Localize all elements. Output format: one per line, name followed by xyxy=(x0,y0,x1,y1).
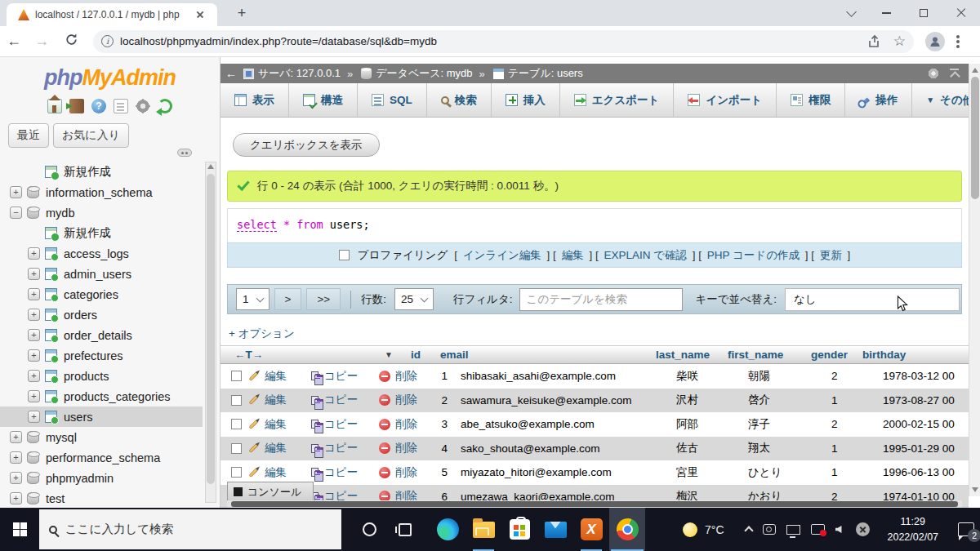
tree-expander-icon[interactable]: + xyxy=(10,492,22,504)
volume-icon[interactable] xyxy=(835,526,842,533)
sidebar-item-test[interactable]: +test xyxy=(0,488,203,508)
sidebar-item-order-details[interactable]: +order_details xyxy=(0,325,203,345)
copy-link[interactable]: コピー xyxy=(311,465,379,480)
scroll-up-icon[interactable] xyxy=(972,68,978,73)
sidebar-item-phpmyadmin[interactable]: +phpmyadmin xyxy=(0,468,203,488)
page-select[interactable]: 1 xyxy=(236,288,270,310)
copy-link[interactable]: コピー xyxy=(311,393,379,407)
tree-expander-icon[interactable]: + xyxy=(28,309,40,321)
column-arrows-header[interactable]: ←T→ xyxy=(220,349,385,361)
collapse-top-icon[interactable] xyxy=(949,69,960,78)
horizontal-scrollbar[interactable] xyxy=(227,500,962,508)
tree-expander-icon[interactable]: + xyxy=(28,390,40,402)
delete-link[interactable]: 削除 xyxy=(379,393,431,407)
profile-avatar[interactable] xyxy=(925,32,945,51)
tab-browse[interactable]: 表示 xyxy=(220,83,289,117)
tree-expander-icon[interactable]: + xyxy=(28,329,40,341)
tab-privileges[interactable]: 権限 xyxy=(777,83,845,117)
horizontal-scroll-thumb[interactable] xyxy=(231,501,958,507)
profiling-link[interactable]: 更新 xyxy=(820,249,842,261)
address-bar[interactable]: i localhost/phpmyadmin/index.php?route=/… xyxy=(93,30,914,53)
tree-expander-icon[interactable]: + xyxy=(28,411,40,423)
scroll-up-icon[interactable] xyxy=(207,164,214,169)
tree-expander-icon[interactable]: + xyxy=(10,431,22,443)
tree-expander-icon[interactable]: − xyxy=(10,207,22,219)
profiling-link[interactable]: インライン編集 xyxy=(463,249,541,261)
sidebar-collapse-handle[interactable] xyxy=(177,149,192,157)
restore-button[interactable] xyxy=(905,0,942,26)
sidebar-item-orders[interactable]: +orders xyxy=(0,304,203,325)
row-checkbox[interactable] xyxy=(231,419,242,429)
home-icon[interactable] xyxy=(47,99,62,113)
reload-button[interactable] xyxy=(57,33,85,51)
delete-link[interactable]: 削除 xyxy=(379,465,431,480)
column-header-birthday[interactable]: birthday xyxy=(861,349,906,361)
tree-expander-icon[interactable]: + xyxy=(28,268,40,280)
mail-taskbar-button[interactable] xyxy=(537,508,573,551)
forward-button[interactable]: → xyxy=(28,33,56,50)
browser-menu-icon[interactable] xyxy=(956,40,960,43)
table-filter-input[interactable]: このテーブルを検索 xyxy=(519,288,683,311)
last-page-button[interactable]: >> xyxy=(306,288,341,310)
tab-insert[interactable]: 挿入 xyxy=(492,83,560,117)
site-info-icon[interactable]: i xyxy=(101,35,114,47)
sidebar-item-categories[interactable]: +categories xyxy=(0,284,203,304)
new-tab-button[interactable]: + xyxy=(232,5,252,22)
logout-icon[interactable] xyxy=(69,99,84,113)
browser-tab[interactable]: localhost / 127.0.0.1 / mydb | php xyxy=(7,3,217,26)
scroll-down-icon[interactable] xyxy=(972,487,978,492)
column-header-gender[interactable]: gender xyxy=(809,349,861,361)
cortana-button[interactable] xyxy=(351,508,387,551)
edit-link[interactable]: 編集 xyxy=(248,465,311,480)
refresh-icon[interactable] xyxy=(158,99,172,113)
tray-expand-icon[interactable] xyxy=(744,526,753,535)
tab-search-chevron-icon[interactable] xyxy=(835,0,867,26)
sidebar-item-products-categories[interactable]: +products_categories xyxy=(0,386,203,407)
docs-icon[interactable] xyxy=(114,99,128,113)
sidebar-item-access-logs[interactable]: +access_logs xyxy=(0,243,203,264)
tab-more[interactable]: ▼その他 xyxy=(912,83,969,117)
share-icon[interactable] xyxy=(867,34,882,49)
start-button[interactable] xyxy=(0,508,39,551)
phpmyadmin-logo[interactable]: phpMyAdmin xyxy=(0,65,220,91)
sidebar-item-performance-schema[interactable]: +performance_schema xyxy=(0,447,203,468)
copy-link[interactable]: コピー xyxy=(311,417,379,432)
copy-link[interactable]: コピー xyxy=(311,441,379,455)
recorder-icon[interactable] xyxy=(811,524,825,535)
edit-link[interactable]: 編集 xyxy=(248,393,311,407)
tab-export[interactable]: エクスポート xyxy=(560,83,675,117)
tab-sql[interactable]: SQL xyxy=(358,83,427,117)
tree-expander-icon[interactable]: + xyxy=(28,370,40,382)
sidebar-item-information-schema[interactable]: +information_schema xyxy=(0,182,203,202)
row-checkbox[interactable] xyxy=(231,395,242,406)
profiling-link[interactable]: PHP コードの作成 xyxy=(707,249,800,261)
display-network-icon[interactable] xyxy=(786,525,800,535)
help-icon[interactable]: ? xyxy=(91,99,106,113)
sort-arrow-icon[interactable]: ▼ xyxy=(385,350,409,359)
sidebar-item-mysql[interactable]: +mysql xyxy=(0,427,203,447)
tab-structure[interactable]: 構造 xyxy=(289,83,358,117)
tab-operations[interactable]: 操作 xyxy=(845,83,912,117)
tab-search[interactable]: 検索 xyxy=(427,83,492,117)
rows-select[interactable]: 25 xyxy=(394,288,434,310)
tree-expander-icon[interactable]: + xyxy=(10,472,22,484)
sidebar-item-admin-users[interactable]: +admin_users xyxy=(0,264,203,284)
sort-key-select[interactable]: なし xyxy=(785,288,960,311)
breadcrumb-table[interactable]: テーブル: users xyxy=(508,66,583,81)
profiling-link[interactable]: EXPLAIN で確認 xyxy=(604,249,687,261)
store-taskbar-button[interactable] xyxy=(501,508,537,551)
column-header-first-name[interactable]: first_name xyxy=(726,349,809,361)
show-query-box-button[interactable]: クエリボックスを表示 xyxy=(233,133,380,157)
notification-center-icon[interactable]: 2 xyxy=(958,522,974,536)
copy-link[interactable]: コピー xyxy=(311,369,379,384)
next-page-button[interactable]: > xyxy=(274,288,302,310)
settings-gear-icon[interactable] xyxy=(136,99,150,113)
delete-link[interactable]: 削除 xyxy=(379,417,431,432)
breadcrumb-database[interactable]: データベース: mydb xyxy=(376,66,472,81)
row-checkbox[interactable] xyxy=(231,467,242,478)
tree-expander-icon[interactable]: + xyxy=(28,288,40,300)
disconnected-icon[interactable] xyxy=(856,522,870,536)
page-settings-gear-icon[interactable] xyxy=(928,68,939,79)
tab-close-icon[interactable] xyxy=(194,8,207,21)
bookmark-star-icon[interactable]: ☆ xyxy=(893,33,906,50)
